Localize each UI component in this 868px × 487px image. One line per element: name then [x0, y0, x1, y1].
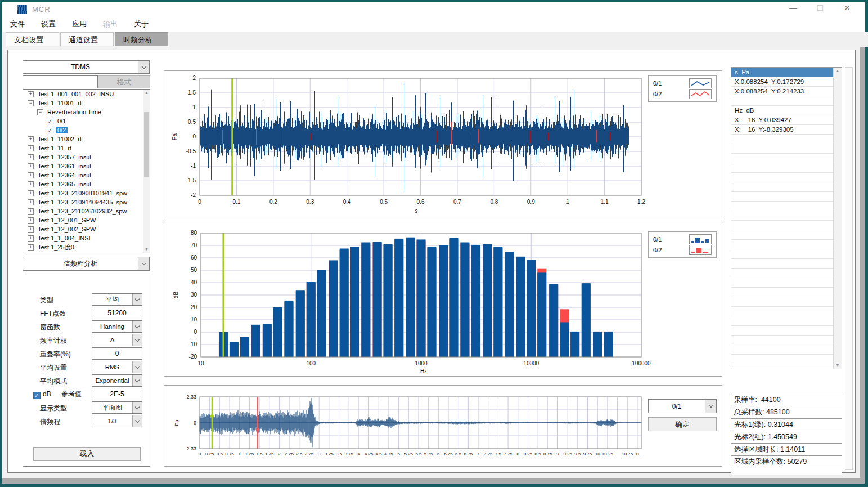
tree-item[interactable]: +Test 1_123_211026102932_spw	[23, 207, 150, 216]
tree-item[interactable]: +Test 1_12_002_SPW	[23, 225, 150, 234]
tree-item[interactable]: +Test 1_001_001_002_INSU	[23, 90, 150, 99]
tree-item[interactable]: +Test 1_12_001_SPW	[23, 216, 150, 225]
readout-row[interactable]: X:0.088254 Y:0.172729	[731, 77, 842, 87]
readout-row[interactable]: X: 16 Y:-8.329305	[731, 125, 842, 135]
field-dropdown[interactable]: A	[92, 334, 142, 346]
chevron-down-icon[interactable]	[132, 321, 142, 332]
scroll-thumb[interactable]	[144, 112, 149, 177]
chevron-down-icon[interactable]	[138, 257, 149, 270]
expand-icon[interactable]: +	[28, 172, 34, 178]
tree-item[interactable]: ✓0/2	[23, 126, 150, 135]
file-format-dropdown[interactable]: TDMS	[23, 60, 150, 74]
minimize-icon[interactable]: —	[787, 3, 799, 12]
reference-value-input[interactable]: 2E-5	[92, 388, 142, 400]
close-icon[interactable]: ✕	[841, 3, 853, 12]
tree-item[interactable]: +Test 1_123_210914094435_spw	[23, 198, 150, 207]
load-button[interactable]: 载入	[33, 447, 141, 461]
analysis-type-dropdown[interactable]: 倍频程分析	[23, 257, 150, 270]
expand-icon[interactable]: +	[28, 91, 34, 97]
tree-item[interactable]: +Test 1_25度0	[23, 243, 150, 252]
menu-item-1[interactable]: 文件	[10, 19, 25, 29]
expand-icon[interactable]: +	[28, 235, 34, 242]
svg-text:Hz: Hz	[420, 368, 427, 374]
tree-item[interactable]: +Test 1_11002_rt	[23, 135, 150, 144]
expand-icon[interactable]: +	[28, 136, 34, 142]
field-dropdown[interactable]: Exponential	[92, 374, 142, 387]
expand-icon[interactable]: +	[28, 244, 34, 251]
menu-item-5[interactable]: 关于	[134, 19, 149, 29]
tree-item[interactable]: −Reverberation Time	[23, 108, 150, 117]
tab-1[interactable]: 文档设置	[6, 32, 59, 46]
octave-spectrum-chart[interactable]: -20-100102030405060708010100100010000100…	[164, 225, 723, 377]
readout-row[interactable]: X: 16 Y:0.039427	[731, 115, 842, 125]
window-resize-edge-bottom[interactable]	[2, 478, 865, 484]
expand-icon[interactable]: +	[28, 145, 34, 151]
cursor-readout-list[interactable]: s PaX:0.088254 Y:0.172729X:0.088254 Y:0.…	[731, 67, 842, 369]
tree-item[interactable]: +Test 1_123_210908101941_spw	[23, 189, 150, 198]
readout-row[interactable]	[731, 96, 842, 106]
file-tree[interactable]: +Test 1_001_001_002_INSU−Test 1_11001_rt…	[23, 89, 150, 253]
chevron-down-icon[interactable]	[132, 334, 142, 346]
menu-item-2[interactable]: 设置	[41, 19, 56, 29]
tab-3[interactable]: 时频分析	[115, 32, 168, 46]
tree-item[interactable]: +Test 1_12361_insul	[23, 162, 150, 171]
svg-text:Pa: Pa	[172, 133, 178, 140]
expand-icon[interactable]: +	[28, 217, 34, 224]
full-record-chart[interactable]: 00.250.50.7511.251.51.7522.252.52.7533.2…	[164, 386, 723, 467]
channel-checkbox[interactable]: ✓	[47, 127, 53, 133]
readout-row[interactable]: X:0.088254 Y:0.214233	[731, 87, 842, 96]
chevron-down-icon[interactable]	[132, 361, 142, 373]
channel-dropdown[interactable]: 0/1	[648, 399, 717, 413]
tree-item[interactable]: +Test 1_1_004_INSI	[23, 234, 150, 243]
chevron-down-icon[interactable]	[132, 402, 142, 413]
scroll-up-icon[interactable]: ▲	[143, 90, 150, 96]
collapse-icon[interactable]: −	[28, 100, 34, 106]
right-scrollbar[interactable]	[845, 67, 853, 470]
tab-2[interactable]: 通道设置	[60, 32, 114, 46]
format-button[interactable]: 格式	[98, 75, 150, 88]
filter-input[interactable]	[23, 75, 98, 88]
expand-icon[interactable]: +	[28, 199, 34, 205]
menu-item-3[interactable]: 应用	[72, 19, 87, 29]
menu-item-4[interactable]: 输出	[103, 19, 118, 29]
readout-row[interactable]: s Pa	[731, 68, 842, 77]
tree-item[interactable]: +Test 1_12364_insul	[23, 171, 150, 180]
field-input[interactable]: 51200	[92, 307, 142, 319]
tree-item[interactable]: +Test 1_11_rt	[23, 144, 150, 153]
field-dropdown[interactable]: Hanning	[92, 320, 142, 333]
chevron-down-icon[interactable]	[132, 375, 142, 386]
channel-checkbox[interactable]: ✓	[47, 118, 53, 124]
readout-scrollbar[interactable]: ▲▼	[833, 68, 842, 369]
chevron-down-icon[interactable]	[132, 415, 142, 427]
collapse-icon[interactable]: −	[37, 109, 43, 115]
tree-item[interactable]: ✓0/1	[23, 117, 150, 126]
scroll-down-icon[interactable]: ▼	[834, 362, 842, 369]
confirm-button[interactable]: 确定	[648, 417, 717, 431]
expand-icon[interactable]: +	[28, 163, 34, 169]
field-dropdown[interactable]: RMS	[92, 361, 142, 373]
maximize-icon[interactable]: ☐	[814, 3, 826, 12]
tree-scrollbar[interactable]: ▲▼	[143, 90, 150, 253]
expand-icon[interactable]: +	[28, 190, 34, 196]
window-resize-edge-right[interactable]	[860, 2, 865, 484]
field-dropdown[interactable]: 平面图	[92, 401, 142, 414]
field-dropdown[interactable]: 1/3	[92, 415, 142, 427]
chevron-down-icon[interactable]	[132, 294, 142, 305]
expand-icon[interactable]: +	[28, 208, 34, 215]
expand-icon[interactable]: +	[28, 181, 34, 187]
tree-item[interactable]: +Test 1_12357_insul	[23, 153, 150, 162]
field-input[interactable]: 0	[92, 347, 142, 360]
tree-item[interactable]: −Test 1_11001_rt	[23, 99, 150, 108]
svg-text:-1: -1	[191, 163, 196, 169]
expand-icon[interactable]: +	[28, 226, 34, 233]
time-waveform-chart[interactable]: 00.10.20.30.40.50.60.70.80.911.11.221.51…	[164, 71, 723, 218]
chevron-down-icon[interactable]	[138, 61, 149, 73]
scroll-up-icon[interactable]: ▲	[834, 68, 842, 74]
db-checkbox[interactable]: ✓	[33, 392, 41, 399]
expand-icon[interactable]: +	[28, 154, 34, 160]
chevron-down-icon[interactable]	[705, 400, 716, 413]
field-dropdown[interactable]: 平均	[92, 293, 142, 306]
readout-row[interactable]: Hz dB	[731, 106, 842, 115]
tree-item[interactable]: +Test 1_12365_insul	[23, 180, 150, 189]
scroll-down-icon[interactable]: ▼	[143, 246, 150, 253]
